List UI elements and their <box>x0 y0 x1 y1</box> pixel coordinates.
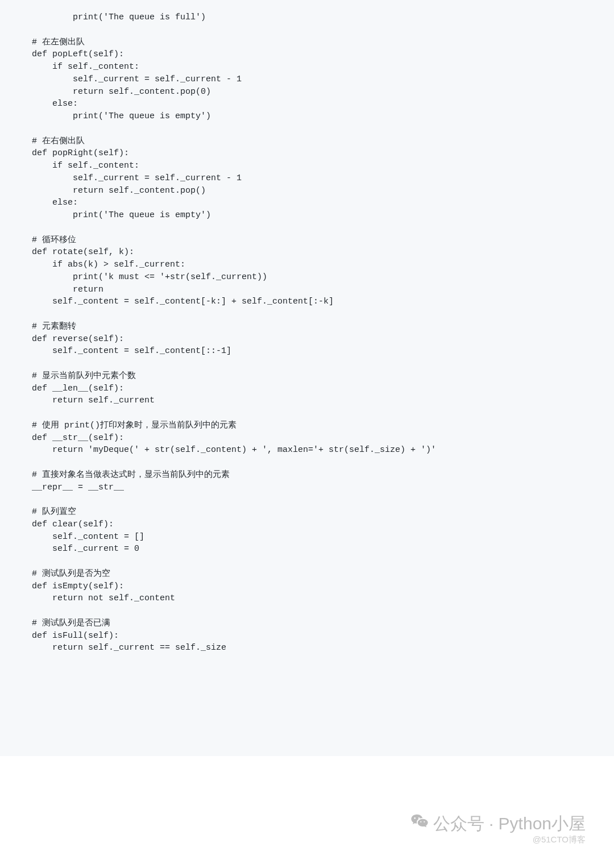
code-content: print('The queue is full') # 在左侧出队 def p… <box>11 11 603 654</box>
wechat-icon <box>410 813 429 835</box>
watermark-text1: 公众号 · Python小屋 <box>433 812 586 836</box>
watermark-line1: 公众号 · Python小屋 <box>410 812 586 836</box>
watermark: 公众号 · Python小屋 @51CTO博客 <box>410 812 586 845</box>
below-space: 公众号 · Python小屋 @51CTO博客 <box>0 756 614 868</box>
watermark-line2: @51CTO博客 <box>410 834 586 845</box>
code-block: print('The queue is full') # 在左侧出队 def p… <box>0 0 614 756</box>
